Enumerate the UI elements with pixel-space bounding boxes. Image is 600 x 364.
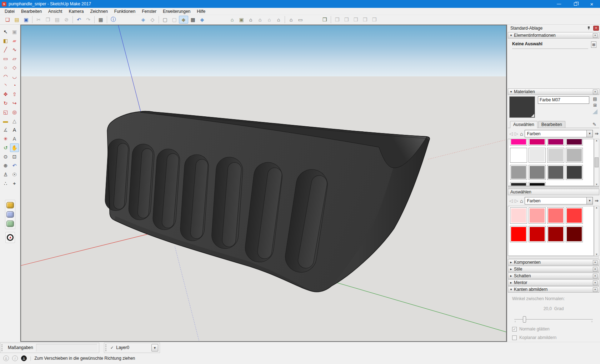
- dropdown-arrow-icon[interactable]: ▼: [586, 130, 592, 137]
- pump-handle-model[interactable]: [104, 111, 430, 292]
- secondary-pane-toggle-icon[interactable]: ▤: [593, 96, 597, 101]
- hidden-line-icon[interactable]: ▢: [170, 16, 179, 24]
- iso-view-icon[interactable]: ⌂: [228, 16, 237, 24]
- dropdown-arrow-icon[interactable]: ▼: [586, 197, 592, 204]
- color-swatch[interactable]: [529, 148, 546, 163]
- plugin-mesh-icon[interactable]: [6, 221, 14, 227]
- zoom-tool[interactable]: ⊙: [1, 152, 10, 161]
- model-viewport[interactable]: [20, 25, 507, 342]
- scrollbar-thumb[interactable]: [595, 157, 599, 167]
- freehand-tool[interactable]: ∿: [10, 45, 19, 54]
- two-point-arc-tool[interactable]: ◡: [10, 72, 19, 81]
- plugin-import-icon[interactable]: [6, 202, 14, 208]
- toolbar-icon[interactable]: [94, 16, 95, 23]
- round-plugin-icon[interactable]: [7, 234, 14, 241]
- tape-measure-tool[interactable]: ▬: [1, 117, 10, 125]
- color-swatch[interactable]: [566, 165, 583, 180]
- dimension-tool[interactable]: ∡: [1, 126, 10, 134]
- section-schatten[interactable]: ► Schatten ×: [508, 273, 599, 279]
- swatch-scrollbar[interactable]: ▲ ▼: [594, 139, 599, 186]
- entity-details-toggle-icon[interactable]: ⊞: [591, 41, 596, 48]
- scroll-down-icon[interactable]: ▼: [595, 253, 598, 256]
- color-swatch[interactable]: [547, 165, 564, 180]
- menu-item[interactable]: Funktionen: [111, 8, 139, 15]
- menu-item[interactable]: Datei: [1, 8, 18, 15]
- polygon-tool[interactable]: ◇: [10, 63, 19, 72]
- color-swatch[interactable]: [510, 182, 527, 186]
- axes-tool[interactable]: ✳: [1, 135, 10, 143]
- back-edges-icon[interactable]: ◇: [148, 16, 157, 24]
- arc-tool[interactable]: ◠: [1, 72, 10, 81]
- color-swatch[interactable]: [510, 226, 527, 242]
- section-kanten-abmildern[interactable]: ▼ Kanten abmildern ×: [508, 286, 599, 293]
- plan-view-icon[interactable]: ▭: [296, 16, 305, 24]
- toolbar-grip[interactable]: [105, 344, 108, 351]
- color-swatch[interactable]: [566, 148, 583, 163]
- shaded-textures-icon[interactable]: ▩: [188, 16, 198, 24]
- zoom-window-tool[interactable]: ⊡: [10, 152, 19, 161]
- scale-tool[interactable]: ◱: [1, 108, 10, 116]
- undo-icon[interactable]: ↶: [74, 16, 84, 24]
- component-option-1-icon[interactable]: ❒: [332, 16, 342, 24]
- new-file-icon[interactable]: ❏: [3, 16, 12, 24]
- make-component-tool[interactable]: ▣: [10, 27, 19, 36]
- geolocation-icon[interactable]: ♙: [3, 355, 9, 361]
- menu-item[interactable]: Ansicht: [45, 8, 65, 15]
- left-view-icon[interactable]: ⌂: [274, 16, 283, 24]
- color-swatch[interactable]: [529, 207, 546, 224]
- section-close-button[interactable]: ×: [593, 260, 598, 265]
- toolbar-icon[interactable]: [331, 16, 331, 23]
- smooth-normals-checkbox[interactable]: ✓: [512, 327, 517, 332]
- previous-view-tool[interactable]: ↶: [10, 161, 19, 170]
- collection-dropdown-2[interactable]: Farben ▼: [525, 197, 593, 204]
- in-model-components-icon[interactable]: ❒: [320, 16, 329, 24]
- protractor-tool[interactable]: △: [10, 117, 19, 125]
- paint-drag-handle-icon[interactable]: [592, 109, 598, 114]
- eyedropper-icon[interactable]: ✎: [592, 122, 597, 128]
- section-mentor[interactable]: ► Mentor ×: [508, 279, 599, 286]
- section-materialien[interactable]: ▼ Materialien ×: [508, 89, 599, 95]
- swatch-scrollbar-2[interactable]: ▲ ▼: [594, 206, 599, 256]
- toolbar-grip[interactable]: [1, 344, 4, 351]
- detail-arrow-icon[interactable]: ⇒: [595, 198, 599, 203]
- home-icon[interactable]: ⌂: [520, 131, 523, 137]
- color-swatch[interactable]: [547, 148, 564, 163]
- redo-icon[interactable]: ↷: [84, 16, 93, 24]
- toolbar-icon[interactable]: [72, 16, 73, 23]
- section-komponenten[interactable]: ► Komponenten ×: [508, 259, 599, 266]
- menu-item[interactable]: Bearbeiten: [18, 8, 45, 15]
- push-pull-tool[interactable]: ⇧: [10, 90, 19, 98]
- offset-tool[interactable]: ◎: [10, 108, 19, 116]
- color-swatch[interactable]: [510, 148, 527, 163]
- close-button[interactable]: ×: [584, 0, 600, 8]
- move-tool[interactable]: ✥: [1, 90, 10, 98]
- angle-slider[interactable]: [514, 319, 593, 320]
- orbit-tool[interactable]: ↺: [1, 143, 10, 152]
- house-view-icon[interactable]: ⌂: [286, 16, 296, 24]
- section-close-button[interactable]: ×: [593, 280, 598, 285]
- color-swatch[interactable]: [529, 226, 546, 242]
- layer-dropdown-button[interactable]: ▼: [151, 344, 158, 352]
- color-swatch[interactable]: [566, 207, 583, 224]
- toolbar-icon[interactable]: [159, 16, 159, 23]
- menu-item[interactable]: Erweiterungen: [160, 8, 194, 15]
- menu-item[interactable]: Kamera: [65, 8, 87, 15]
- color-swatch[interactable]: [510, 207, 527, 224]
- slider-thumb[interactable]: [523, 316, 526, 323]
- line-tool[interactable]: ╱: [1, 45, 10, 54]
- toolbar-icon[interactable]: [118, 16, 139, 24]
- plugin-export-icon[interactable]: [6, 211, 14, 218]
- pin-icon[interactable]: [587, 26, 591, 31]
- monochrome-icon[interactable]: ◆: [198, 16, 207, 24]
- scroll-up-icon[interactable]: ▲: [595, 139, 598, 142]
- xray-mode-icon[interactable]: ◈: [139, 16, 148, 24]
- pane-splitter[interactable]: [508, 186, 599, 188]
- walk-tool[interactable]: ∴: [1, 179, 10, 188]
- eraser-tool[interactable]: ▰: [10, 36, 19, 45]
- viewport-canvas[interactable]: [21, 25, 506, 341]
- save-icon[interactable]: ▣: [21, 16, 31, 24]
- color-swatch[interactable]: [529, 182, 546, 186]
- wireframe-icon[interactable]: ▢: [160, 16, 170, 24]
- toolbar-icon[interactable]: [32, 16, 32, 23]
- forward-arrow-icon[interactable]: ▷: [515, 198, 518, 203]
